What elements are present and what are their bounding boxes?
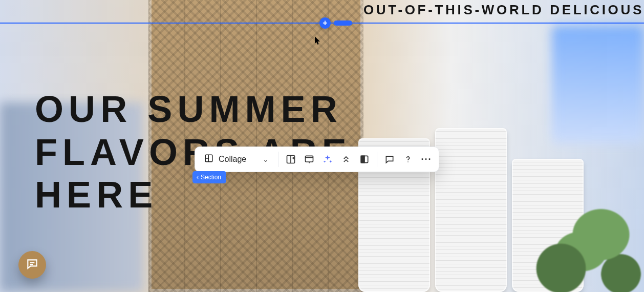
layout-select-label: Collage bbox=[219, 155, 246, 164]
toolbar-divider bbox=[278, 152, 278, 167]
toolbar-divider bbox=[377, 152, 377, 167]
chevron-left-icon: ‹ bbox=[197, 174, 199, 181]
section-toolbar: Collage ⌄ ··· bbox=[195, 147, 439, 172]
hero-tagline: OUT-OF-THIS-WORLD DELICIOUS bbox=[363, 2, 644, 18]
add-column-button[interactable] bbox=[282, 150, 300, 169]
svg-rect-2 bbox=[306, 156, 313, 162]
layout-select[interactable]: Collage ⌄ bbox=[198, 151, 275, 168]
breadcrumb-label: Section bbox=[201, 174, 221, 181]
add-section-button[interactable]: + bbox=[319, 17, 331, 29]
cursor-icon bbox=[314, 36, 321, 48]
move-up-button[interactable] bbox=[337, 150, 355, 169]
bg-plant bbox=[521, 190, 644, 292]
help-button[interactable] bbox=[399, 150, 417, 169]
collage-icon bbox=[204, 154, 213, 165]
chevron-down-icon: ⌄ bbox=[263, 155, 269, 163]
hero-headline-line: OUR SUMMER bbox=[35, 88, 352, 131]
svg-rect-4 bbox=[361, 156, 364, 162]
bg-cup-stack bbox=[435, 128, 507, 292]
more-button[interactable]: ··· bbox=[417, 150, 436, 169]
chat-fab[interactable] bbox=[18, 251, 46, 279]
ai-sparkle-button[interactable] bbox=[318, 150, 337, 169]
section-breadcrumb[interactable]: ‹ Section bbox=[192, 171, 226, 183]
color-button[interactable] bbox=[355, 150, 374, 169]
svg-point-5 bbox=[407, 161, 409, 162]
comment-button[interactable] bbox=[380, 150, 399, 169]
manage-media-button[interactable] bbox=[300, 150, 318, 169]
divider-drag-handle[interactable] bbox=[334, 20, 352, 26]
chat-icon bbox=[26, 257, 39, 273]
